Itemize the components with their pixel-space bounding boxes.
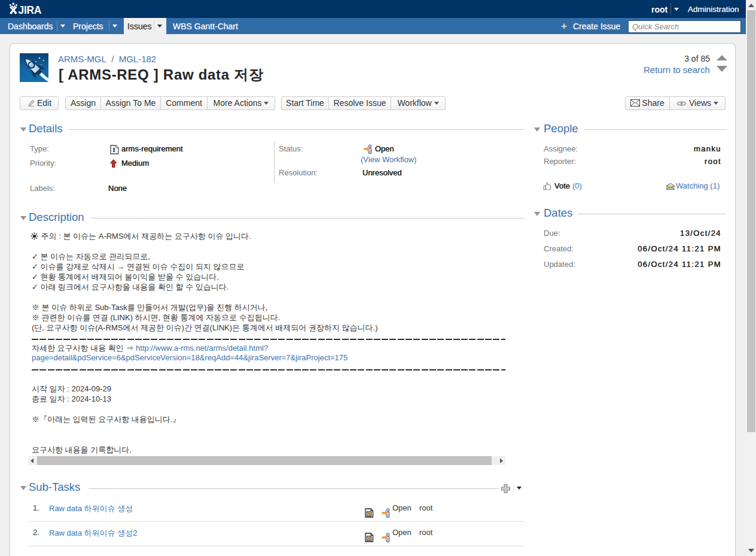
svg-text:I: I <box>113 147 115 153</box>
svg-text:JIRA: JIRA <box>19 4 42 16</box>
